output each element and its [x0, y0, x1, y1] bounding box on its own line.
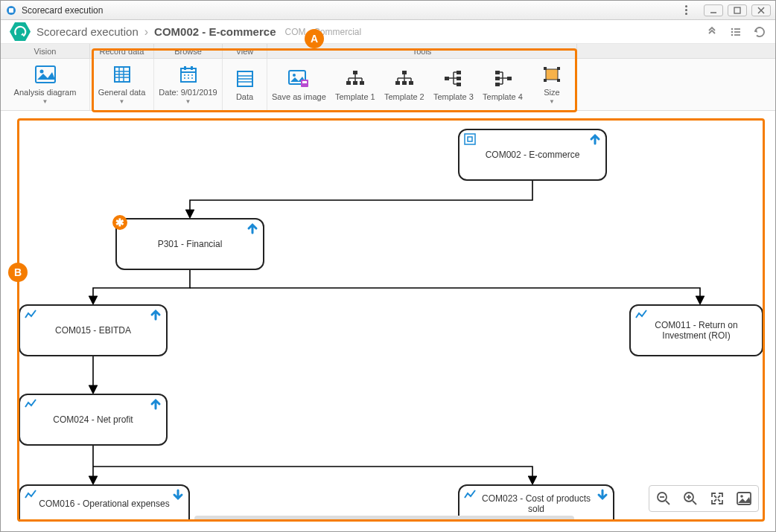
breadcrumb-current: COM002 - E-commerce: [154, 25, 276, 38]
close-button[interactable]: [751, 4, 771, 16]
svg-point-28: [191, 74, 193, 76]
template-4-button[interactable]: Template 4: [478, 59, 527, 110]
ribbon-tabs: Vision Record data Browse View Tools: [1, 44, 775, 59]
svg-point-8: [731, 31, 734, 33]
title-bar: Scorecard execution: [1, 1, 775, 20]
window-title: Scorecard execution: [22, 5, 103, 16]
kebab-menu-icon[interactable]: [680, 4, 692, 16]
svg-rect-1: [9, 8, 13, 13]
svg-rect-77: [544, 67, 547, 70]
node-financial-label: P301 - Financial: [158, 239, 223, 249]
arrow-up-icon: [150, 309, 162, 323]
diagram-canvas[interactable]: COM002 - E-commerce ✱ P301 - Financial C…: [11, 112, 765, 526]
node-financial[interactable]: ✱ P301 - Financial: [115, 218, 264, 270]
date-button[interactable]: Date: 9/01/2019 ▼: [154, 59, 222, 110]
arrow-down-icon: [172, 489, 184, 503]
svg-rect-62: [457, 77, 461, 80]
tree-horizontal-icon: [442, 68, 465, 89]
svg-point-27: [188, 74, 189, 76]
arrow-up-icon: [150, 398, 162, 412]
svg-rect-78: [557, 67, 560, 70]
node-root[interactable]: COM002 - E-commerce: [458, 129, 607, 181]
general-data-button[interactable]: General data ▼: [90, 59, 153, 110]
refresh-icon[interactable]: [753, 25, 766, 39]
svg-rect-39: [302, 81, 307, 83]
tab-record-data[interactable]: Record data: [90, 44, 154, 58]
data-label: Data: [236, 92, 253, 101]
svg-rect-47: [353, 81, 357, 85]
svg-point-29: [184, 77, 185, 79]
node-ebitda[interactable]: COM015 - EBITDA: [19, 304, 168, 356]
save-as-image-label: Save as image: [272, 92, 326, 101]
data-button[interactable]: Data: [223, 59, 267, 110]
arrow-up-icon: [247, 222, 258, 237]
breadcrumb-root[interactable]: Scorecard execution: [36, 25, 139, 38]
general-data-label: General data: [98, 88, 146, 97]
chart-icon: [464, 489, 476, 503]
save-as-image-button[interactable]: Save as image: [267, 59, 331, 110]
tab-view[interactable]: View: [223, 44, 267, 58]
svg-point-9: [731, 33, 734, 36]
svg-line-84: [666, 501, 670, 504]
tree-horizontal-icon: [492, 68, 514, 89]
minimize-button[interactable]: [704, 4, 723, 16]
size-button[interactable]: Size ▼: [527, 59, 576, 110]
node-opex[interactable]: COM016 - Operational expenses: [19, 484, 190, 522]
svg-rect-61: [457, 71, 461, 74]
tree-icon: [393, 68, 416, 89]
maximize-button[interactable]: [728, 4, 747, 16]
app-icon: [5, 4, 17, 16]
fit-screen-button[interactable]: [707, 489, 727, 508]
resize-icon: [541, 64, 563, 85]
svg-point-7: [731, 28, 734, 30]
list-icon[interactable]: [729, 25, 742, 39]
date-label: Date: 9/01/2019: [159, 88, 217, 97]
callout-a: A: [305, 29, 324, 48]
chart-icon: [25, 398, 36, 412]
svg-point-31: [191, 77, 193, 79]
node-opex-label: COM016 - Operational expenses: [39, 499, 169, 509]
template-1-button[interactable]: Template 1: [331, 59, 380, 110]
analysis-diagram-button[interactable]: Analysis diagram ▼: [1, 59, 89, 110]
zoom-in-button[interactable]: [681, 489, 700, 508]
svg-rect-58: [445, 77, 449, 80]
tab-vision[interactable]: Vision: [1, 44, 90, 58]
svg-rect-71: [495, 77, 500, 80]
horizontal-scrollbar[interactable]: [194, 516, 574, 522]
form-icon: [111, 64, 133, 85]
breadcrumb: Scorecard execution › COM002 - E-commerc…: [1, 20, 775, 44]
svg-rect-53: [402, 81, 407, 85]
image-icon: [34, 64, 57, 85]
zoom-out-button[interactable]: [654, 489, 673, 508]
chart-icon: [25, 489, 36, 503]
svg-point-15: [39, 70, 43, 74]
arrow-down-icon: [597, 489, 608, 503]
node-roi[interactable]: COM011 - Return on Investment (ROI): [629, 304, 763, 356]
template-2-button[interactable]: Template 2: [380, 59, 429, 110]
analysis-diagram-label: Analysis diagram: [14, 88, 77, 97]
svg-rect-49: [402, 71, 407, 74]
collapse-icon[interactable]: [705, 25, 719, 39]
tree-icon: [344, 68, 366, 89]
arrow-up-icon: [589, 133, 601, 147]
window-controls: [704, 4, 771, 16]
svg-point-37: [293, 74, 296, 77]
svg-rect-3: [734, 7, 740, 13]
calendar-icon: [177, 64, 200, 85]
star-badge-icon: ✱: [112, 215, 127, 230]
image-view-button[interactable]: [734, 489, 754, 508]
svg-rect-24: [184, 66, 186, 70]
svg-rect-79: [544, 79, 547, 82]
form-icon: [234, 68, 256, 89]
target-icon: [464, 133, 476, 147]
svg-rect-76: [546, 69, 558, 80]
svg-rect-80: [557, 79, 560, 82]
node-ebitda-label: COM015 - EBITDA: [55, 325, 131, 336]
node-netprofit[interactable]: COM024 - Net profit: [19, 394, 168, 446]
svg-point-91: [740, 495, 743, 498]
template-3-button[interactable]: Template 3: [429, 59, 478, 110]
save-image-icon: [287, 68, 310, 89]
tab-browse[interactable]: Browse: [154, 44, 223, 58]
svg-rect-46: [346, 81, 351, 85]
svg-rect-81: [465, 134, 475, 144]
